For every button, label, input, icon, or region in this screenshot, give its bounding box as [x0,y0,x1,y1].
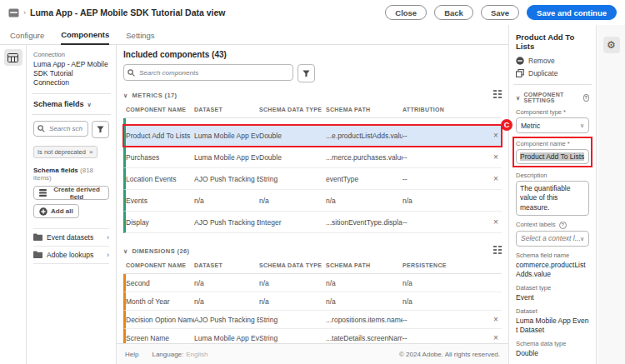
left-sidebar: Connection Luma App - AEP Mobile SDK Tut… [27,45,117,364]
chevron-down-icon: ∨ [88,102,92,107]
save-button[interactable]: Save [481,5,519,20]
close-button[interactable]: Close [385,5,427,20]
component-type-select[interactable]: Metric ∨ [516,117,589,133]
selected-component-title: Product Add To Lists [516,32,589,51]
component-name-input[interactable]: Product Add To Lists [516,149,589,164]
table-row-display[interactable]: Display AJO Push Tracking Expe... Intege… [123,212,502,233]
column-header: PERSISTENCE [402,262,490,268]
table-row-decision-option-name[interactable]: Decision Option Name AJO Push Tracking E… [123,311,502,329]
chevron-right-icon: › [107,233,109,242]
schema-fields-dropdown[interactable]: Schema fields ∨ [33,100,109,108]
divider [513,84,592,85]
metrics-table: COMPONENT NAME DATASET SCHEMA DATA TYPE … [123,101,502,233]
tab-configure[interactable]: Configure [10,31,44,44]
chevron-down-icon[interactable]: ∨ [516,95,520,101]
back-button[interactable]: Back [434,5,473,20]
filter-chip-not-deprecated[interactable]: Is not deprecated × [33,146,98,158]
language-value[interactable]: English [186,351,208,358]
table-row-month-of-year[interactable]: Month of Year n/a n/a n/a n/a × [123,292,502,311]
metrics-section-label: METRICS (17) [132,92,178,99]
schema-search-input[interactable] [48,124,84,133]
connection-name: Luma App - AEP Mobile SDK Tutorial Conne… [33,60,109,87]
remove-circle-icon [516,57,524,65]
column-header: COMPONENT NAME [126,262,194,268]
remove-button[interactable]: Remove [516,57,589,65]
language-label: Language: [152,351,183,358]
folder-icon [33,233,42,241]
component-settings-panel: Product Add To Lists Remove Duplicate ∨ … [508,25,597,364]
schema-field-name-value: commerce.productListAdds.value [516,261,589,279]
tab-settings[interactable]: Settings [126,31,154,44]
table-row-screen-name[interactable]: Screen Name Luma Mobile App Event... Str… [123,329,502,343]
partial-scrolled-row [123,118,502,125]
dataset-value: Luma Mobile App Event Dataset [516,317,589,335]
left-icon-rail [0,45,27,364]
top-header: › Luma App - AEP Mobile SDK Tutorial Dat… [0,0,625,25]
divider [32,114,111,115]
included-components-panel: Included components (43) ∨ METRICS (17) … [117,45,508,343]
help-link[interactable]: Help [125,351,138,358]
tab-components[interactable]: Components [61,30,109,45]
components-panel-icon[interactable] [4,49,22,66]
annotation-callout-c: C [501,119,512,131]
components-search-input[interactable] [138,68,289,77]
schema-data-type-value: Double [516,349,589,358]
table-row-second[interactable]: Second n/a n/a n/a n/a × [123,274,502,292]
metrics-table-header: COMPONENT NAME DATASET SCHEMA DATA TYPE … [123,101,502,118]
save-and-continue-button[interactable]: Save and continue [527,5,617,20]
filter-icon[interactable] [92,121,109,138]
table-row-purchases[interactable]: Purchases Luma Mobile App Event... Doubl… [123,147,502,168]
table-row-events[interactable]: Events n/a n/a n/a n/a × [123,190,502,212]
column-header: ATTRIBUTION [402,107,490,112]
table-row-location-events[interactable]: Location Events AJO Push Tracking Expe..… [123,168,502,190]
chevron-right-icon: › [23,8,26,17]
app-window: › Luma App - AEP Mobile SDK Tutorial Dat… [0,0,625,364]
included-components-title: Included components (43) [123,50,502,59]
components-search-box[interactable] [123,64,293,81]
header-actions: Close Back Save Save and continue [385,5,617,20]
dataset-type-value: Event [516,293,589,302]
context-labels-label: Context labels ? [516,221,589,229]
remove-component-icon[interactable]: × [490,152,502,162]
remove-component-icon[interactable]: × [490,333,502,342]
table-row-product-add-to-lists[interactable]: Product Add To Lists Luma Mobile App Eve… [123,125,502,147]
dimensions-section-header: ∨ DIMENSIONS (26) [123,246,502,256]
column-settings-icon[interactable] [493,90,502,100]
column-header: DATASET [194,262,259,268]
gear-icon[interactable]: ⚙ [603,37,620,53]
create-derived-field-button[interactable]: Create derived field [33,186,109,200]
column-header: SCHEMA PATH [326,262,402,268]
column-header: SCHEMA PATH [326,107,402,112]
divider [32,93,111,94]
component-name-label: Component name * [516,140,589,147]
remove-component-icon[interactable]: × [490,174,502,183]
add-all-button[interactable]: Add all [33,204,79,218]
column-header: DATASET [194,107,259,112]
chevron-down-icon[interactable]: ∨ [123,92,128,98]
dimensions-section-label: DIMENSIONS (26) [132,247,190,255]
filter-icon[interactable] [298,64,315,82]
chevron-down-icon[interactable]: ∨ [123,248,128,254]
close-icon[interactable]: × [89,148,93,156]
folder-icon [33,251,42,258]
duplicate-button[interactable]: Duplicate [516,69,589,77]
schema-data-type-label: Schema data type [516,340,589,347]
metrics-section-header: ∨ METRICS (17) [123,90,502,100]
remove-component-icon[interactable]: × [490,315,502,324]
context-labels-select[interactable]: Select a context l... ∨ [516,231,589,247]
search-icon [128,69,135,77]
sidebar-item-event-datasets[interactable]: Event datasets › [33,228,109,246]
description-textarea[interactable]: The quantifiable value of this measure. [516,181,589,216]
help-icon[interactable]: ? [559,222,567,229]
dataset-type-label: Dataset type [516,284,589,292]
remove-component-icon[interactable]: × [490,131,502,140]
dimensions-table-header: COMPONENT NAME DATASET SCHEMA DATA TYPE … [123,257,502,274]
dimensions-table: COMPONENT NAME DATASET SCHEMA DATA TYPE … [123,257,502,343]
remove-component-icon[interactable]: × [490,217,502,227]
sidebar-item-adobe-lookups[interactable]: Adobe lookups › [33,246,109,264]
page-title: Luma App - AEP Mobile SDK Tutorial Data … [30,7,226,17]
schema-search-box[interactable] [33,121,88,137]
description-label: Description [516,172,589,179]
help-icon[interactable]: ? [583,94,589,102]
column-settings-icon[interactable] [493,246,502,256]
